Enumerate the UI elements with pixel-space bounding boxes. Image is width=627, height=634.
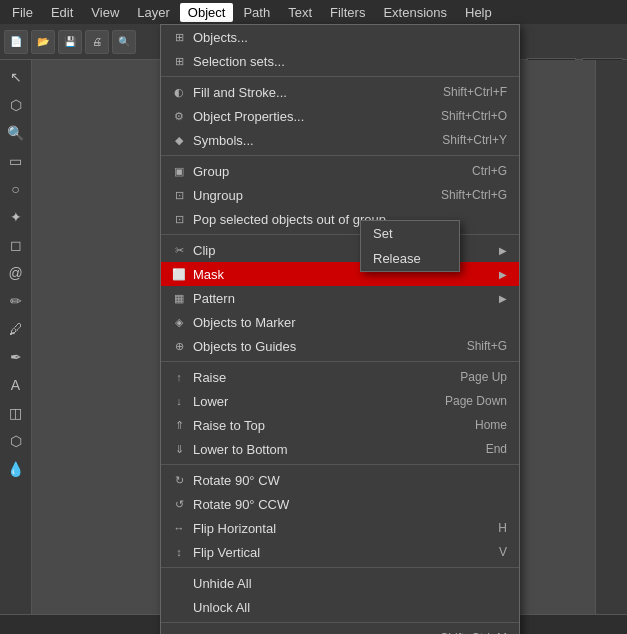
menu-object[interactable]: Object xyxy=(180,3,234,22)
tool-calligraphy[interactable]: ✒ xyxy=(3,344,29,370)
menu-item-raise[interactable]: ↑ Raise Page Up xyxy=(161,365,519,389)
object-properties-label: Object Properties... xyxy=(193,109,421,124)
menu-item-rotate-cw[interactable]: ↻ Rotate 90° CW xyxy=(161,468,519,492)
lower-icon: ↓ xyxy=(169,393,189,409)
submenu-release[interactable]: Release xyxy=(361,246,459,271)
tool-gradient[interactable]: ◫ xyxy=(3,400,29,426)
toolbar-print[interactable]: 🖨 xyxy=(85,30,109,54)
menu-item-flip-v[interactable]: ↕ Flip Vertical V xyxy=(161,540,519,564)
menu-item-mask[interactable]: ⬜ Mask ▶ xyxy=(161,262,519,286)
tool-zoom[interactable]: 🔍 xyxy=(3,120,29,146)
divider-4 xyxy=(161,361,519,362)
left-toolbar: ↖ ⬡ 🔍 ▭ ○ ✦ ◻ @ ✏ 🖊 ✒ A ◫ ⬡ 💧 xyxy=(0,60,32,634)
group-label: Group xyxy=(193,164,452,179)
submenu-set[interactable]: Set xyxy=(361,221,459,246)
divider-5 xyxy=(161,464,519,465)
menu-item-pop[interactable]: ⊡ Pop selected objects out of group xyxy=(161,207,519,231)
tool-fill[interactable]: ⬡ xyxy=(3,428,29,454)
tool-text[interactable]: A xyxy=(3,372,29,398)
group-shortcut: Ctrl+G xyxy=(472,164,507,178)
tool-3d[interactable]: ◻ xyxy=(3,232,29,258)
lower-to-bottom-shortcut: End xyxy=(486,442,507,456)
menu-filters[interactable]: Filters xyxy=(322,3,373,22)
raise-label: Raise xyxy=(193,370,440,385)
object-properties-icon: ⚙ xyxy=(169,108,189,124)
toolbar-zoom-in[interactable]: 🔍 xyxy=(112,30,136,54)
unlock-all-label: Unlock All xyxy=(193,600,507,615)
menu-item-lower[interactable]: ↓ Lower Page Down xyxy=(161,389,519,413)
pattern-arrow: ▶ xyxy=(499,293,507,304)
raise-to-top-icon: ⇑ xyxy=(169,417,189,433)
divider-7 xyxy=(161,622,519,623)
menu-item-objects-to-guides[interactable]: ⊕ Objects to Guides Shift+G xyxy=(161,334,519,358)
rotate-cw-label: Rotate 90° CW xyxy=(193,473,507,488)
menu-item-clip[interactable]: ✂ Clip ▶ xyxy=(161,238,519,262)
tool-pen[interactable]: 🖊 xyxy=(3,316,29,342)
divider-1 xyxy=(161,76,519,77)
tool-select[interactable]: ↖ xyxy=(3,64,29,90)
menu-help[interactable]: Help xyxy=(457,3,500,22)
selection-sets-label: Selection sets... xyxy=(193,54,507,69)
flip-v-label: Flip Vertical xyxy=(193,545,479,560)
menu-item-group[interactable]: ▣ Group Ctrl+G xyxy=(161,159,519,183)
mask-arrow: ▶ xyxy=(499,269,507,280)
menu-item-object-properties[interactable]: ⚙ Object Properties... Shift+Ctrl+O xyxy=(161,104,519,128)
objects-to-marker-label: Objects to Marker xyxy=(193,315,507,330)
menu-layer[interactable]: Layer xyxy=(129,3,178,22)
menu-item-lower-to-bottom[interactable]: ⇓ Lower to Bottom End xyxy=(161,437,519,461)
menubar: File Edit View Layer Object Path Text Fi… xyxy=(0,0,627,24)
tool-circle[interactable]: ○ xyxy=(3,176,29,202)
menu-item-pattern[interactable]: ▦ Pattern ▶ xyxy=(161,286,519,310)
toolbar-open[interactable]: 📂 xyxy=(31,30,55,54)
menu-path[interactable]: Path xyxy=(235,3,278,22)
pattern-label: Pattern xyxy=(193,291,491,306)
menu-item-symbols[interactable]: ◆ Symbols... Shift+Ctrl+Y xyxy=(161,128,519,152)
tool-node[interactable]: ⬡ xyxy=(3,92,29,118)
menu-extensions[interactable]: Extensions xyxy=(375,3,455,22)
pattern-icon: ▦ xyxy=(169,290,189,306)
tool-spiral[interactable]: @ xyxy=(3,260,29,286)
pop-icon: ⊡ xyxy=(169,211,189,227)
transform-icon: ⤡ xyxy=(169,630,189,634)
right-panel xyxy=(595,60,627,634)
flip-h-shortcut: H xyxy=(498,521,507,535)
raise-shortcut: Page Up xyxy=(460,370,507,384)
menu-item-fill-stroke[interactable]: ◐ Fill and Stroke... Shift+Ctrl+F xyxy=(161,80,519,104)
ungroup-shortcut: Shift+Ctrl+G xyxy=(441,188,507,202)
menu-item-transform[interactable]: ⤡ Transform... Shift+Ctrl+M xyxy=(161,626,519,634)
menu-item-objects-to-marker[interactable]: ◈ Objects to Marker xyxy=(161,310,519,334)
raise-to-top-label: Raise to Top xyxy=(193,418,455,433)
menu-item-ungroup[interactable]: ⊡ Ungroup Shift+Ctrl+G xyxy=(161,183,519,207)
toolbar-save[interactable]: 💾 xyxy=(58,30,82,54)
menu-view[interactable]: View xyxy=(83,3,127,22)
menu-item-unlock-all[interactable]: Unlock All xyxy=(161,595,519,619)
menu-edit[interactable]: Edit xyxy=(43,3,81,22)
menu-item-rotate-ccw[interactable]: ↺ Rotate 90° CCW xyxy=(161,492,519,516)
menu-item-objects[interactable]: ⊞ Objects... xyxy=(161,25,519,49)
menu-item-flip-h[interactable]: ↔ Flip Horizontal H xyxy=(161,516,519,540)
flip-h-icon: ↔ xyxy=(169,520,189,536)
flip-h-label: Flip Horizontal xyxy=(193,521,478,536)
menu-item-selection-sets[interactable]: ⊞ Selection sets... xyxy=(161,49,519,73)
transform-label: Transform... xyxy=(193,631,420,635)
toolbar-new[interactable]: 📄 xyxy=(4,30,28,54)
selection-sets-icon: ⊞ xyxy=(169,53,189,69)
divider-2 xyxy=(161,155,519,156)
rotate-cw-icon: ↻ xyxy=(169,472,189,488)
rotate-ccw-label: Rotate 90° CCW xyxy=(193,497,507,512)
tool-dropper[interactable]: 💧 xyxy=(3,456,29,482)
objects-to-guides-label: Objects to Guides xyxy=(193,339,447,354)
lower-shortcut: Page Down xyxy=(445,394,507,408)
symbols-shortcut: Shift+Ctrl+Y xyxy=(442,133,507,147)
menu-text[interactable]: Text xyxy=(280,3,320,22)
unhide-all-icon xyxy=(169,575,189,591)
fill-stroke-shortcut: Shift+Ctrl+F xyxy=(443,85,507,99)
tool-rect[interactable]: ▭ xyxy=(3,148,29,174)
lower-to-bottom-icon: ⇓ xyxy=(169,441,189,457)
menu-item-raise-to-top[interactable]: ⇑ Raise to Top Home xyxy=(161,413,519,437)
menu-file[interactable]: File xyxy=(4,3,41,22)
tool-pencil[interactable]: ✏ xyxy=(3,288,29,314)
menu-item-unhide-all[interactable]: Unhide All xyxy=(161,571,519,595)
group-icon: ▣ xyxy=(169,163,189,179)
tool-star[interactable]: ✦ xyxy=(3,204,29,230)
